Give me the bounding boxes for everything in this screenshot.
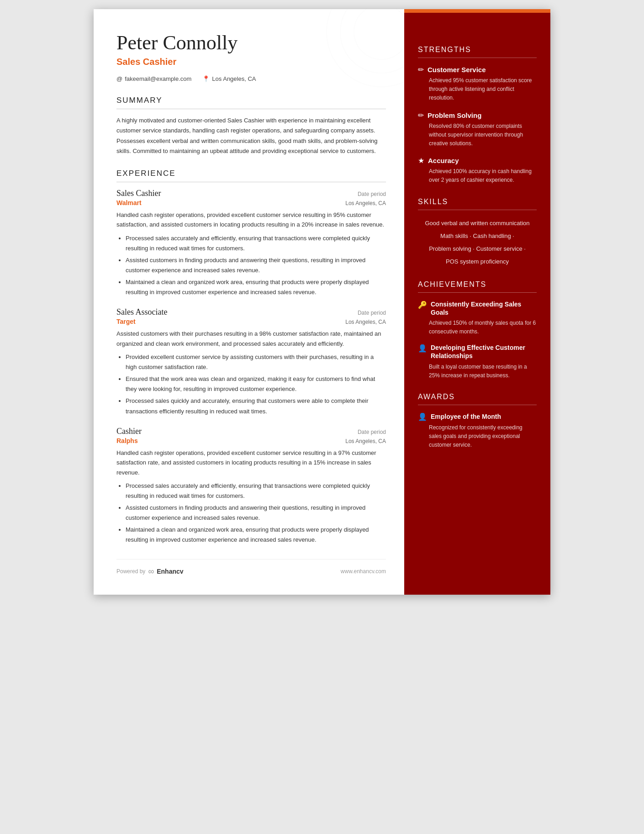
job-desc-2: Assisted customers with their purchases … <box>116 329 386 348</box>
strength-header-2: ✏ Problem Solving <box>418 111 537 120</box>
bullet-1-1: Processed sales accurately and efficient… <box>126 233 386 253</box>
achievements-title: ACHIEVEMENTS <box>418 280 537 289</box>
svg-point-1 <box>340 9 404 73</box>
strength-desc-3: Achieved 100% accuracy in cash handling … <box>418 167 537 185</box>
achievement-item-1: 🔑 Consistently Exceeding Sales Goals Ach… <box>418 300 537 337</box>
awards-title: AWARDS <box>418 393 537 401</box>
job-entry-3: Cashier Date period Ralphs Los Angeles, … <box>116 427 386 545</box>
experience-divider <box>116 182 386 182</box>
job-entry-1: Sales Cashier Date period Walmart Los An… <box>116 189 386 297</box>
website-url: www.enhancv.com <box>341 568 386 575</box>
award-name-1: Employee of the Month <box>431 412 501 421</box>
left-column: Peter Connolly Sales Cashier @ fakeemail… <box>94 9 404 595</box>
achievement-icon-1: 🔑 <box>418 301 427 309</box>
bullet-2-3: Processed sales quickly and accurately, … <box>126 396 386 416</box>
job-company-2: Target <box>116 318 136 325</box>
job-date-2: Date period <box>358 310 386 316</box>
achievement-header-1: 🔑 Consistently Exceeding Sales Goals <box>418 300 537 317</box>
job-sub-3: Ralphs Los Angeles, CA <box>116 437 386 444</box>
location-value: Los Angeles, CA <box>212 75 256 82</box>
location-icon: 📍 <box>202 75 210 82</box>
svg-point-0 <box>327 9 404 87</box>
job-role-3: Cashier <box>116 427 142 436</box>
powered-by-label: Powered by <box>116 568 145 575</box>
skill-row-1: Good verbal and written communication <box>418 217 537 229</box>
achievement-desc-1: Achieved 150% of monthly sales quota for… <box>418 319 537 336</box>
powered-by: Powered by ∞ Enhancv <box>116 567 184 576</box>
job-sub-1: Walmart Los Angeles, CA <box>116 199 386 206</box>
awards-section: AWARDS 👤 Employee of the Month Recognize… <box>418 393 537 450</box>
strengths-section: STRENGTHS ✏ Customer Service Achieved 95… <box>418 46 537 185</box>
award-item-1: 👤 Employee of the Month Recognized for c… <box>418 412 537 450</box>
strength-name-1: Customer Service <box>428 66 486 74</box>
strength-icon-3: ★ <box>418 156 424 165</box>
strength-item-1: ✏ Customer Service Achieved 95% customer… <box>418 65 537 103</box>
job-company-3: Ralphs <box>116 437 138 444</box>
resume-footer: Powered by ∞ Enhancv www.enhancv.com <box>116 559 386 576</box>
location-contact: 📍 Los Angeles, CA <box>202 75 256 82</box>
strength-name-3: Accuracy <box>428 157 459 164</box>
email-contact: @ fakeemail@example.com <box>116 75 191 82</box>
bullet-2-2: Ensured that the work area was clean and… <box>126 374 386 394</box>
experience-section: EXPERIENCE Sales Cashier Date period Wal… <box>116 169 386 545</box>
job-location-3: Los Angeles, CA <box>345 438 386 444</box>
skill-row-4: POS system proficiency <box>418 256 537 268</box>
achievement-name-2: Developing Effective Customer Relationsh… <box>431 343 537 360</box>
job-header-3: Cashier Date period <box>116 427 386 436</box>
strength-header-3: ★ Accuracy <box>418 156 537 165</box>
bullet-3-2: Assisted customers in finding products a… <box>126 503 386 523</box>
svg-point-2 <box>354 9 404 59</box>
strength-desc-2: Resolved 80% of customer complaints with… <box>418 122 537 148</box>
award-header-1: 👤 Employee of the Month <box>418 412 537 421</box>
email-value: fakeemail@example.com <box>125 75 191 82</box>
job-date-3: Date period <box>358 429 386 435</box>
enhancv-logo-icon: ∞ <box>148 567 154 576</box>
awards-divider <box>418 405 537 405</box>
achievement-header-2: 👤 Developing Effective Customer Relation… <box>418 343 537 360</box>
strengths-title: STRENGTHS <box>418 46 537 54</box>
job-bullets-3: Processed sales accurately and efficient… <box>116 481 386 545</box>
strength-item-2: ✏ Problem Solving Resolved 80% of custom… <box>418 111 537 148</box>
watermark-decoration <box>313 9 404 100</box>
summary-section: SUMMARY A highly motivated and customer-… <box>116 96 386 156</box>
strength-desc-1: Achieved 95% customer satisfaction score… <box>418 76 537 103</box>
skill-row-2: Math skills · Cash handling · <box>418 230 537 242</box>
skills-divider <box>418 210 537 210</box>
summary-divider <box>116 109 386 109</box>
job-role-1: Sales Cashier <box>116 189 161 198</box>
award-icon-1: 👤 <box>418 412 427 421</box>
skills-title: SKILLS <box>418 198 537 206</box>
job-desc-1: Handled cash register operations, provid… <box>116 210 386 230</box>
skills-list: Good verbal and written communication Ma… <box>418 217 537 268</box>
right-column: STRENGTHS ✏ Customer Service Achieved 95… <box>404 9 550 595</box>
bullet-3-3: Maintained a clean and organized work ar… <box>126 525 386 545</box>
job-desc-3: Handled cash register operations, provid… <box>116 448 386 477</box>
job-location-1: Los Angeles, CA <box>345 200 386 206</box>
job-entry-2: Sales Associate Date period Target Los A… <box>116 307 386 416</box>
achievements-divider <box>418 292 537 293</box>
job-bullets-2: Provided excellent customer service by a… <box>116 352 386 417</box>
achievements-section: ACHIEVEMENTS 🔑 Consistently Exceeding Sa… <box>418 280 537 380</box>
achievement-desc-2: Built a loyal customer base resulting in… <box>418 363 537 380</box>
award-desc-1: Recognized for consistently exceeding sa… <box>418 423 537 450</box>
job-header-1: Sales Cashier Date period <box>116 189 386 198</box>
bullet-2-1: Provided excellent customer service by a… <box>126 352 386 372</box>
job-role-2: Sales Associate <box>116 307 167 317</box>
achievement-name-1: Consistently Exceeding Sales Goals <box>431 300 537 317</box>
job-sub-2: Target Los Angeles, CA <box>116 318 386 325</box>
strength-icon-1: ✏ <box>418 65 424 74</box>
skills-section: SKILLS Good verbal and written communica… <box>418 198 537 268</box>
job-header-2: Sales Associate Date period <box>116 307 386 317</box>
bullet-3-1: Processed sales accurately and efficient… <box>126 481 386 501</box>
job-location-2: Los Angeles, CA <box>345 319 386 325</box>
achievement-item-2: 👤 Developing Effective Customer Relation… <box>418 343 537 380</box>
brand-name: Enhancv <box>157 568 183 575</box>
bullet-1-2: Assisted customers in finding products a… <box>126 255 386 275</box>
bullet-1-3: Maintained a clean and organized work ar… <box>126 277 386 297</box>
strength-name-2: Problem Solving <box>428 111 481 119</box>
strength-item-3: ★ Accuracy Achieved 100% accuracy in cas… <box>418 156 537 185</box>
strengths-divider <box>418 58 537 58</box>
job-bullets-1: Processed sales accurately and efficient… <box>116 233 386 298</box>
job-date-1: Date period <box>358 191 386 197</box>
job-company-1: Walmart <box>116 199 142 206</box>
